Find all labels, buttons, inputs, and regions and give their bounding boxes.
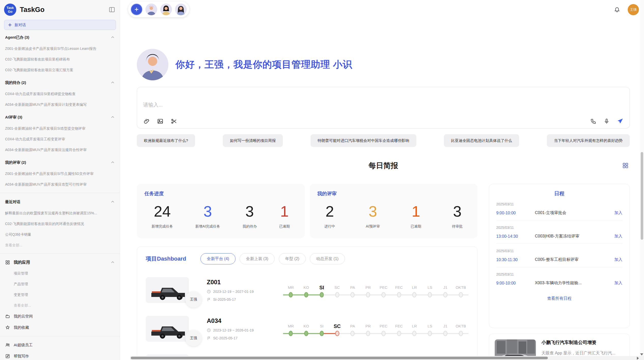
recent-chat-item[interactable]: 公司Q3轻卡销量 <box>0 229 120 240</box>
chevron-up-icon[interactable] <box>111 35 115 39</box>
chevron-up-icon[interactable] <box>111 115 115 119</box>
suggestion-chip[interactable]: 如何写一份清晰的项目周报 <box>223 134 283 147</box>
milestone[interactable]: KO <box>299 283 314 298</box>
suggestion-chip[interactable]: 当下年轻人对汽车外观有怎样的喜好趋势 <box>547 134 630 147</box>
bell-icon[interactable] <box>614 7 620 13</box>
milestone-dot[interactable] <box>459 331 463 336</box>
sidebar-item-help-write[interactable]: 帮我写作 <box>0 351 120 360</box>
agent-avatar[interactable] <box>145 4 157 15</box>
dashboard-tab[interactable]: 全新平台 (4) <box>200 253 236 264</box>
milestone[interactable]: PA <box>345 283 360 298</box>
horizontal-scrollbar[interactable] <box>130 356 640 360</box>
recent-chat-item[interactable]: C02-飞腾新能源轻客改款项目的闭环通告反馈情况 <box>0 218 120 229</box>
user-avatar[interactable]: 王强 <box>628 4 639 15</box>
milestone-dot[interactable] <box>350 292 355 297</box>
stat-item[interactable]: 2进行中 <box>325 203 335 229</box>
sidebar-item[interactable]: Z001-全新燃油轻卡产品开发项目SI造型提交物评审 <box>0 123 120 134</box>
project-owner-avatar[interactable]: 王强 <box>185 291 202 308</box>
milestone[interactable]: SC <box>329 283 345 298</box>
paperclip-icon[interactable] <box>143 118 150 125</box>
sidebar-item[interactable]: A034-全新新能源MUV产品开发项目计划变更表编写 <box>0 99 120 110</box>
project-row[interactable]: 王强 Z001 2023-12-19 ~ 2027-01-19 SI-2025-… <box>146 277 469 303</box>
my-apps-item[interactable]: 变更管理 <box>0 289 120 300</box>
milestone[interactable]: MR <box>283 322 299 337</box>
suggestion-chip[interactable]: 比亚迪全固态电池计划具体说了什么 <box>444 134 519 147</box>
stat-item[interactable]: 1已逾期 <box>411 203 421 229</box>
milestone[interactable]: KO <box>299 322 314 337</box>
sidebar-item-favorites[interactable]: 我的收藏 <box>0 322 120 333</box>
dashboard-tab[interactable]: 全新上装 (3) <box>240 253 275 264</box>
milestone[interactable]: PEC <box>376 322 391 337</box>
milestone[interactable]: SI <box>314 322 330 337</box>
new-chat-button[interactable]: 新对话 <box>4 20 116 30</box>
sidebar-item[interactable]: A034-全新新能源MUV产品开发项目法规符合性评审 <box>0 144 120 155</box>
milestone[interactable]: MR <box>283 283 299 298</box>
milestone[interactable]: SC <box>329 322 345 337</box>
milestone-dot[interactable] <box>335 292 339 297</box>
recent-chat-item[interactable]: 解释最新出台的欧盟报废车法规再生塑料比例被调至15%... <box>0 208 120 218</box>
recent-chats-header[interactable]: 最近对话 <box>0 196 120 208</box>
schedule-entry[interactable]: 2025/03/1113:00-14:30C003|H0B-方案冻结评审加入 <box>496 220 622 244</box>
sidebar-item[interactable]: Z001-全新燃油轻卡产品开发项目SI节点属性5D文件评审 <box>0 168 120 179</box>
project-owner-avatar[interactable]: 王强 <box>185 330 202 346</box>
stat-item[interactable]: 24新增完成任务 <box>152 203 173 229</box>
schedule-join-link[interactable]: 加入 <box>614 257 622 262</box>
chevron-up-icon[interactable] <box>111 160 115 164</box>
schedule-join-link[interactable]: 加入 <box>614 280 622 286</box>
vertical-scrollbar-thumb[interactable] <box>641 152 643 240</box>
milestone[interactable]: LS <box>422 322 438 337</box>
sidebar-section-header[interactable]: Agent已办 (3) <box>0 32 120 43</box>
milestone-dot[interactable] <box>412 331 416 336</box>
suggestion-chip[interactable]: 特朗普可能对进口汽车增税会对中国车企造成哪些影响 <box>311 134 416 147</box>
phone-icon[interactable] <box>590 118 596 124</box>
chevron-up-icon[interactable] <box>111 81 115 85</box>
send-icon[interactable] <box>617 118 623 125</box>
sidebar-item[interactable]: C02-飞腾新能源轻客改款项目里程碑画布 <box>0 54 120 65</box>
milestone[interactable]: PA <box>345 322 360 337</box>
image-icon[interactable] <box>157 118 164 125</box>
schedule-join-link[interactable]: 加入 <box>614 210 622 216</box>
view-all-schedule-link[interactable]: 查看所有日程 <box>496 296 622 301</box>
milestone[interactable]: PR <box>360 283 376 298</box>
milestone-dot[interactable] <box>350 331 355 336</box>
milestone[interactable]: OKTB <box>453 283 469 298</box>
my-apps-item[interactable]: 产品管理 <box>0 279 120 289</box>
sidebar-item-my-apps[interactable]: 我的应用 <box>0 257 120 268</box>
sidebar-item[interactable]: Z001-全新燃油皮卡产品开发项目SI节点Lesson Learn报告 <box>0 43 120 54</box>
milestone-dot[interactable] <box>428 331 432 336</box>
milestone[interactable]: LR <box>407 283 422 298</box>
milestone-dot[interactable] <box>382 331 386 336</box>
suggestion-chip[interactable]: 欧洲新规最近颁布了什么? <box>137 134 195 147</box>
milestone[interactable]: FEC <box>391 322 407 337</box>
milestone-dot[interactable] <box>397 292 401 297</box>
sidebar-section-header[interactable]: 我的待办 (2) <box>0 77 120 88</box>
sidebar-item-cloud-space[interactable]: 我的云空间 <box>0 311 120 322</box>
sidebar-section-header[interactable]: 我的评审 (2) <box>0 157 120 168</box>
milestone[interactable]: PR <box>360 322 376 337</box>
milestone-dot[interactable] <box>443 331 447 336</box>
project-row[interactable]: 王强 A034 2023-12-19 ~ 2026-01-19 SC-2025-… <box>146 316 469 342</box>
milestone[interactable]: OKTB <box>453 322 469 337</box>
stat-item[interactable]: 3我的待办 <box>242 203 257 229</box>
schedule-entry[interactable]: 2025/03/1110:30-11:30C005-整车工程目标评审加入 <box>496 244 622 267</box>
milestone-dot[interactable] <box>382 292 386 297</box>
horizontal-scrollbar-thumb[interactable] <box>131 357 548 359</box>
schedule-entry[interactable]: 2025/03/119:00-10:00X003-车辆动力学性能验...加入 <box>496 267 622 290</box>
sidebar-collapse-button[interactable] <box>109 6 115 13</box>
schedule-join-link[interactable]: 加入 <box>614 234 622 239</box>
dashboard-tab[interactable]: 年型 (2) <box>279 253 306 264</box>
milestone-dot[interactable] <box>412 292 416 297</box>
milestone-dot[interactable] <box>289 292 293 297</box>
scissors-icon[interactable] <box>171 118 177 125</box>
milestone-dot[interactable] <box>443 292 447 297</box>
milestone-dot[interactable] <box>366 292 370 297</box>
briefing-layout-button[interactable] <box>622 162 629 170</box>
add-agent-button[interactable] <box>131 4 142 15</box>
milestone[interactable]: J1 <box>438 283 453 298</box>
stat-item[interactable]: 3AI预评审 <box>366 203 380 229</box>
milestone[interactable]: FEC <box>391 283 407 298</box>
dashboard-tab[interactable]: 动总开发 (1) <box>310 253 345 264</box>
schedule-entry[interactable]: 2025/03/119:00-10:00C001-立项审批会加入 <box>496 197 622 220</box>
milestone[interactable]: LR <box>407 322 422 337</box>
sidebar-item-ai-staff[interactable]: AI超级员工 <box>0 339 120 351</box>
